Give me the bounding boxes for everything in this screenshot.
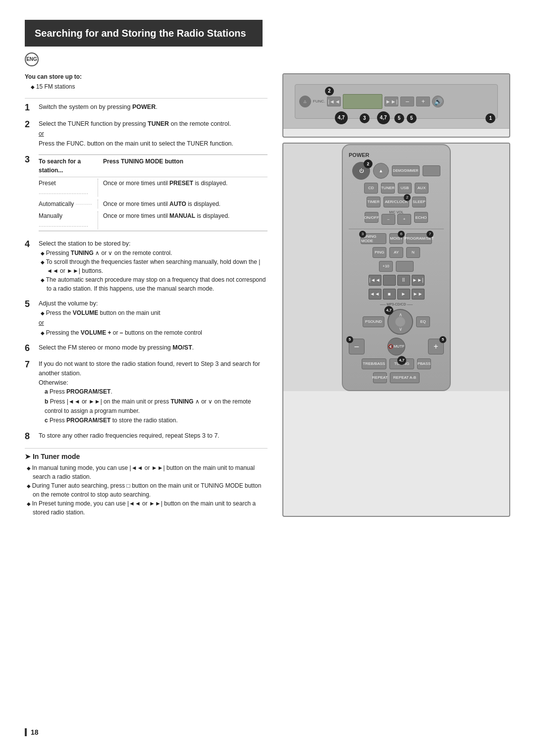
blank-btn[interactable] — [423, 165, 440, 176]
panel-power-btn[interactable]: △ — [299, 96, 311, 107]
step-8: 8 To store any other radio frequencies r… — [25, 431, 268, 442]
step-7-otherwise: Otherwise: — [39, 379, 68, 386]
step-2-num: 2 — [25, 119, 34, 130]
badge-5-vol-minus: 5 — [346, 336, 353, 343]
step-7-substeps: a Press PROGRAM/SET. b Press |◄◄ or ►►| … — [39, 387, 268, 425]
treb-bass-btn[interactable]: TREB/BASS — [362, 358, 386, 369]
echo-btn[interactable]: ECHO — [414, 212, 428, 223]
usb-btn[interactable]: USB — [398, 183, 412, 194]
step-7-text: If you do not want to store the radio st… — [39, 360, 260, 377]
step-7-num: 7 — [25, 359, 34, 370]
remote-body: POWER ⏻ 2 ▲ DEMO/DIMMER — [342, 144, 451, 391]
panel-speaker[interactable]: 🔊 — [432, 96, 444, 107]
cd-btn[interactable]: CD — [364, 183, 378, 194]
step-7b: b Press |◄◄ or ►►| on the main unit or p… — [45, 397, 268, 416]
mp3-cd-label: ––– MP3-CD/CD ––– — [349, 302, 444, 306]
nav-center[interactable] — [395, 317, 405, 327]
stop-btn2[interactable] — [383, 275, 396, 286]
badge-2-aer: 2 — [404, 194, 411, 201]
vol-minus-btn[interactable]: – 5 — [349, 339, 365, 354]
plus10-btn[interactable]: +10 — [379, 261, 393, 272]
tuner-bullet-0: In manual tuning mode, you can use |◄◄ o… — [27, 463, 268, 481]
skip-fwd-btn[interactable]: ►►| — [412, 275, 425, 286]
repeat-ab-btn[interactable]: REPEAT A-B — [390, 372, 420, 383]
power-btn[interactable]: ⏻ 2 — [352, 162, 370, 180]
step-1: 1 Switch the system on by pressing POWER… — [25, 102, 268, 113]
aer-clock-btn[interactable]: 2 AER/CLOCK — [383, 197, 409, 207]
ping-btn[interactable]: PING — [373, 247, 386, 258]
panel-skip-back[interactable]: |◄◄ — [327, 97, 341, 106]
step-7: 7 If you do not want to store the radio … — [25, 359, 268, 425]
steps-list: 1 Switch the system on by pressing POWER… — [25, 102, 268, 442]
onoff-btn[interactable]: ON/OFF — [365, 212, 378, 223]
n-btn[interactable]: N — [406, 247, 420, 258]
rew-btn[interactable]: ◄◄ — [369, 289, 381, 300]
step-2-text: Select the TUNER function by pressing — [39, 120, 148, 127]
step-4: 4 Select the station to be stored by: Pr… — [25, 239, 268, 293]
tuner-btn[interactable]: TUNER — [381, 183, 395, 194]
badge-3: 3 — [360, 113, 370, 123]
step-4-content: Select the station to be stored by: Pres… — [39, 239, 268, 293]
badge-4-7-a: 4,7 — [335, 111, 348, 124]
eject-btn[interactable]: ▲ — [373, 163, 389, 179]
can-store-list: 15 FM stations — [25, 82, 268, 91]
step-5-bullet-0: Press the VOLUME button on the main unit — [41, 308, 268, 317]
panel-vol-plus[interactable]: + — [416, 97, 430, 106]
step-6-bold: MO/ST — [172, 344, 192, 351]
ff-btn[interactable]: ►► — [412, 289, 425, 300]
vol-plus-btn[interactable]: + 5 — [428, 339, 444, 354]
pbass-btn[interactable]: PBASS — [417, 358, 431, 369]
badge-5-a: 5 — [394, 113, 404, 123]
panel-vol-minus[interactable]: – — [400, 97, 414, 106]
mic-vol-label: MIC VOL — [389, 210, 404, 214]
step-4-bullet-1: To scroll through the frequencies faster… — [41, 257, 268, 275]
panel-display — [343, 94, 382, 109]
tuner-mode-section: In Tuner mode In manual tuning mode, you… — [25, 453, 268, 517]
remote-row-repeat: REPEAT REPEAT A-B — [349, 372, 444, 383]
program-set-btn[interactable]: 7 PROGRAM/SET — [406, 233, 432, 244]
step-1-text: Switch the system on by pressing — [39, 103, 132, 110]
step-2: 2 Select the TUNER function by pressing … — [25, 119, 268, 149]
divider-2 — [25, 448, 268, 449]
mic-plus-btn[interactable]: + — [397, 214, 411, 225]
tuner-mode-title: In Tuner mode — [25, 453, 268, 460]
mic-minus-btn[interactable]: – — [381, 214, 395, 225]
play-btn[interactable]: ► — [397, 289, 410, 300]
aux-btn[interactable]: AUX — [415, 183, 428, 194]
sleep-btn[interactable]: SLEEP — [412, 197, 426, 207]
psound-btn[interactable]: PSOUND — [363, 316, 384, 327]
badge-3-tuning: 3 — [359, 231, 366, 238]
step-8-content: To store any other radio frequencies req… — [39, 431, 268, 441]
stop-btn[interactable]: ■ — [383, 289, 396, 300]
moist-btn[interactable]: 6 MOIST — [389, 233, 403, 244]
skip-back-btn[interactable]: |◄◄ — [369, 275, 381, 286]
step-3-col1-header: To search for a station... — [39, 157, 98, 175]
main-unit-diagram: 2 △ FUNC. |◄◄ ►►| – + 🔊 4,7 3 4,7 — [282, 73, 510, 138]
demo-dimmer-btn[interactable]: DEMO/DIMMER — [392, 165, 420, 176]
tuning-btn[interactable]: TUNING 4,7 — [389, 358, 414, 369]
can-store-item: 15 FM stations — [31, 82, 268, 91]
step-6-text: Select the FM stereo or mono mode by pre… — [39, 344, 172, 351]
remote-row-transport2: ◄◄ ■ ► ►► — [349, 289, 444, 300]
can-store-section: You can store up to: 15 FM stations — [25, 73, 268, 91]
tuning-mode-btn[interactable]: 3 TUNING MODE — [361, 233, 386, 244]
timer-btn[interactable]: TIMER — [367, 197, 380, 207]
step-5-content: Adjust the volume by: Press the VOLUME b… — [39, 299, 268, 337]
ay-btn[interactable]: AY — [389, 247, 403, 258]
left-column: You can store up to: 15 FM stations 1 Sw… — [25, 73, 268, 517]
step-3-content: To search for a station... Press TUNING … — [39, 154, 268, 233]
mute-btn[interactable]: 🔇MUTF — [387, 338, 405, 355]
step-6-num: 6 — [25, 343, 34, 354]
step-3-row-2: Manually .............................. … — [39, 210, 268, 231]
step-7-content: If you do not want to store the radio st… — [39, 359, 268, 425]
pause-btn[interactable]: II — [397, 275, 410, 286]
repeat-btn[interactable]: REPEAT — [373, 372, 387, 383]
power-icon: ⏻ — [359, 168, 364, 173]
panel-skip-fwd[interactable]: ►►| — [384, 97, 398, 106]
blank-btn2[interactable] — [396, 261, 414, 272]
badge-4-7-b: 4,7 — [377, 111, 390, 124]
step-1-bold: POWER — [132, 103, 156, 110]
nav-circle[interactable]: ∧ ∨ 4,7 — [387, 309, 413, 335]
step-5-text: Adjust the volume by: — [39, 300, 98, 307]
eq-btn[interactable]: EQ — [416, 316, 430, 327]
